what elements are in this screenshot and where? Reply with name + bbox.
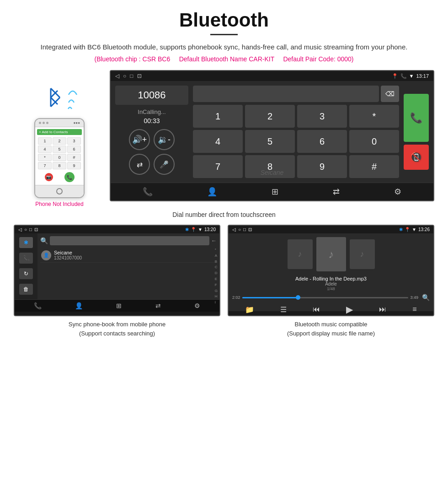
key-3[interactable]: 3 [297, 105, 347, 128]
pb-bottom-call[interactable]: 📞 [34, 302, 42, 309]
music-list-icon[interactable]: ☰ [280, 305, 287, 314]
music-info: Adele - Rolling In the Deep.mp3 Adele 1/… [232, 276, 430, 291]
music-progress-row: 2:02 3:49 🔍 [232, 294, 430, 301]
phone-key-9: 9 [67, 162, 81, 169]
pb-sync-sidebar-btn[interactable]: ↻ [19, 268, 33, 279]
music-caption: Bluetooth music compatible (Support disp… [228, 320, 434, 338]
pb-bottom-grid[interactable]: ⊞ [116, 302, 122, 309]
phone-key-hash: # [67, 154, 81, 161]
pb-bottom-contact[interactable]: 👤 [75, 302, 83, 309]
music-equalizer-icon[interactable]: ≡ [412, 305, 416, 313]
music-screen: ◁ ○ □ ⊡ ✱ 📍 ▼ 13:26 [228, 225, 434, 316]
phonebook-screen: ◁ ○ □ ⊡ ✱ 📍 ▼ 13:20 [14, 225, 220, 316]
car-bottom-bar: 📞 👤 ⊞ ⇄ ⚙ [111, 183, 433, 200]
contact-avatar: 👤 [41, 250, 51, 260]
key-star[interactable]: * [349, 105, 399, 128]
pb-phone-sidebar-btn[interactable]: 📞 [19, 253, 33, 264]
song-title: Adele - Rolling In the Deep.mp3 [232, 276, 430, 281]
sync-sidebar-icon: ↻ [24, 270, 28, 277]
key-6[interactable]: 6 [297, 130, 347, 153]
signal-arcs [68, 88, 78, 109]
phone-carrier: ●●● [74, 121, 80, 125]
phone-not-included: Phone Not Included [35, 201, 83, 207]
phone-dial-grid: 1 2 3 4 5 6 * 0 # 7 8 9 [37, 136, 82, 170]
music-prev-icon[interactable]: ⏮ [313, 305, 320, 313]
bottom-transfer-icon[interactable]: ⇄ [333, 187, 340, 197]
pb-sig-icon: ▼ [198, 227, 203, 232]
key-4[interactable]: 4 [193, 130, 243, 153]
music-time: 13:26 [418, 227, 430, 232]
phone-sidebar-icon: 📞 [23, 255, 30, 261]
volume-up-btn[interactable]: 🔊+ [129, 129, 150, 150]
music-search-icon[interactable]: 🔍 [422, 294, 430, 301]
pb-loc-icon: 📍 [191, 227, 196, 232]
car-action-buttons: 📞 📵 [404, 86, 429, 178]
key-0[interactable]: 0 [349, 130, 399, 153]
phonebook-sidebar: ✱ 📞 ↻ 🗑 [15, 233, 37, 299]
music-progress-dot[interactable] [296, 295, 300, 300]
signal-icon: ▼ [409, 73, 414, 79]
delete-sidebar-icon: 🗑 [23, 286, 29, 292]
accept-call-icon: 📞 [410, 112, 422, 124]
music-caption-line2: (Support display music file name) [228, 329, 434, 338]
recent-nav-icon: □ [130, 73, 133, 79]
phonebook-main-area: 🔍 ← * A B C D E F G [37, 233, 219, 299]
pb-bottom-settings[interactable]: ⚙ [194, 302, 200, 309]
bottom-settings-icon[interactable]: ⚙ [394, 187, 401, 197]
pb-bt-sidebar-icon[interactable]: ✱ [19, 237, 33, 248]
mic-btn[interactable]: 🎤 [154, 154, 175, 175]
music-note-center-icon: ♪ [328, 248, 334, 261]
bottom-contact-icon[interactable]: 👤 [207, 187, 217, 197]
accept-call-btn[interactable]: 📞 [404, 94, 429, 142]
music-play-icon[interactable]: ▶ [346, 304, 353, 315]
music-status-icons: ✱ 📍 ▼ 13:26 [399, 227, 430, 232]
mic-icon: 🎤 [160, 160, 169, 169]
key-1[interactable]: 1 [193, 105, 243, 128]
music-note-right-icon: ♪ [360, 249, 364, 259]
music-album-row: ♪ ♪ ♪ [232, 237, 430, 271]
car-status-icons: 📍 📞 ▼ 13:17 [392, 73, 429, 79]
key-2[interactable]: 2 [245, 105, 295, 128]
bluetooth-sidebar-icon: ✱ [24, 239, 28, 246]
backspace-icon: ⌫ [385, 90, 395, 97]
pb-bottom-transfer[interactable]: ⇄ [155, 302, 161, 309]
transfer-btn[interactable]: ⇄ [129, 154, 150, 175]
bottom-call-icon[interactable]: 📞 [143, 187, 153, 197]
top-section: ●●● + Add to Contacts 1 2 3 4 5 6 * 0 # … [14, 70, 434, 207]
phone-key-6: 6 [67, 146, 81, 153]
end-call-btn[interactable]: 📵 [404, 145, 429, 170]
volume-down-btn[interactable]: 🔉- [154, 129, 175, 150]
phone-call-btn: 📞 [64, 172, 75, 182]
pb-search-input[interactable] [50, 236, 209, 245]
music-sig-icon: ▼ [412, 227, 416, 232]
watermark: Seicane [261, 169, 284, 176]
pb-back-arrow: ← [211, 238, 217, 244]
pb-status-icons: ✱ 📍 ▼ 13:20 [185, 227, 216, 232]
song-artist: Adele [232, 281, 430, 286]
key-hash[interactable]: # [349, 155, 399, 178]
key-9[interactable]: 9 [297, 155, 347, 178]
music-controls-row: 📁 ☰ ⏮ ▶ ⏭ ≡ [232, 304, 430, 315]
music-nav-icons: ◁ ○ □ ⊡ [232, 227, 252, 232]
car-keypad-area: ⌫ 1 2 3 * 4 5 6 0 7 8 9 [193, 86, 399, 178]
music-back-icon: ◁ [232, 227, 236, 232]
phone-dots [39, 122, 48, 124]
bottom-keypad-icon[interactable]: ⊞ [272, 187, 278, 197]
car-dial-input[interactable] [193, 86, 379, 102]
key-7[interactable]: 7 [193, 155, 243, 178]
pb-delete-sidebar-btn[interactable]: 🗑 [19, 284, 33, 295]
car-dial-screen: ◁ ○ □ ⊡ 📍 📞 ▼ 13:17 10086 InCalling... [110, 70, 434, 201]
phone-bottom-bar [35, 185, 84, 197]
phone-key-8: 8 [53, 162, 66, 169]
car-backspace-btn[interactable]: ⌫ [381, 86, 399, 102]
song-page: 1/48 [232, 286, 430, 291]
key-5[interactable]: 5 [245, 130, 295, 153]
music-folder-icon[interactable]: 📁 [245, 305, 254, 314]
title-divider [210, 34, 238, 35]
music-next-icon[interactable]: ⏭ [379, 305, 386, 313]
volume-down-icon: 🔉- [158, 135, 171, 145]
phonebook-topbar: ◁ ○ □ ⊡ ✱ 📍 ▼ 13:20 [15, 226, 219, 233]
pb-recent-icon: □ [29, 227, 32, 232]
phone-home-btn [56, 188, 63, 194]
end-call-icon: 📵 [410, 151, 422, 163]
